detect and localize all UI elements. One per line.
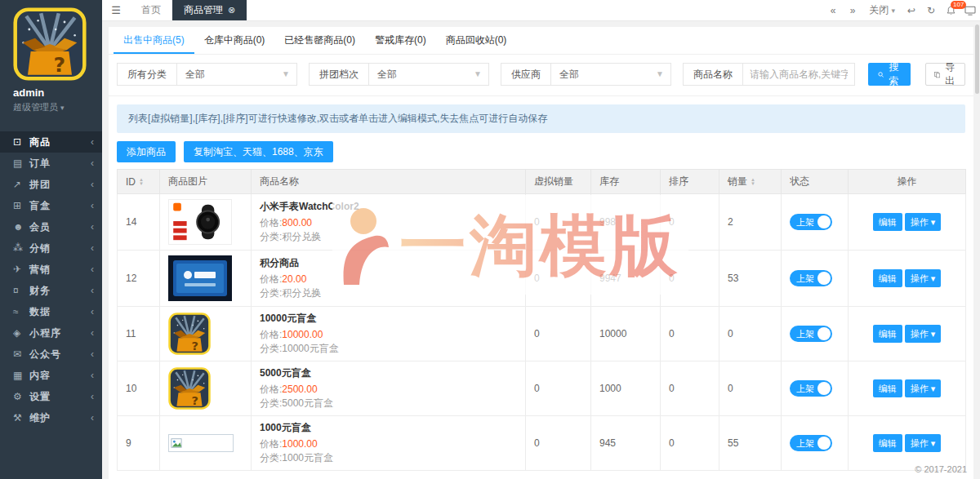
column-header[interactable]: 商品图片	[160, 170, 252, 194]
sort-icon[interactable]: ▲▼	[751, 178, 755, 186]
back-icon[interactable]: ↩	[902, 5, 921, 16]
product-image-watch[interactable]	[168, 199, 232, 245]
edit-button[interactable]: 编辑	[873, 379, 902, 397]
edit-button[interactable]: 编辑	[873, 434, 902, 452]
supplier-select[interactable]: 全部▼	[550, 63, 671, 86]
price-value: 800.00	[282, 217, 312, 228]
column-header[interactable]: 排序	[661, 170, 719, 194]
sidebar-item-icon	[13, 391, 29, 402]
cell-name: 小米手表WatchColor2 价格:800.00 分类:积分兑换	[252, 194, 526, 251]
cell-virtual-sales[interactable]: 0	[526, 194, 591, 251]
cell-sort[interactable]: 0	[661, 416, 719, 471]
group-tier-select[interactable]: 全部▼	[368, 63, 489, 86]
username: admin	[13, 86, 102, 99]
role-dropdown[interactable]: 超级管理员 ▾	[13, 101, 102, 113]
column-header[interactable]: 虚拟销量	[526, 170, 591, 194]
cell-sort[interactable]: 0	[661, 251, 719, 307]
product-tab[interactable]: 已经售罄商品(0)	[274, 27, 365, 54]
product-tab[interactable]: 仓库中商品(0)	[194, 27, 275, 54]
column-header[interactable]: 状态	[782, 170, 849, 194]
sidebar-item[interactable]: 分销 ‹	[0, 237, 102, 259]
menu-toggle-icon[interactable]: ☰	[102, 0, 130, 20]
cell-sort[interactable]: 0	[661, 307, 719, 361]
product-tab[interactable]: 商品回收站(0)	[436, 27, 517, 54]
column-header[interactable]: 库存	[591, 170, 661, 194]
cell-stock[interactable]: 10000	[591, 307, 661, 361]
search-button[interactable]: 搜索	[868, 63, 911, 86]
sidebar-item[interactable]: 会员 ‹	[0, 216, 102, 237]
status-toggle[interactable]: 上架	[790, 380, 832, 397]
sidebar-item[interactable]: 设置 ‹	[0, 386, 102, 407]
status-toggle[interactable]: 上架	[790, 214, 832, 230]
column-header[interactable]: ID▲▼	[118, 170, 160, 194]
scroll-tabs-right-icon[interactable]: »	[843, 5, 862, 16]
product-name[interactable]: 小米手表WatchColor2	[260, 200, 517, 214]
column-header[interactable]: 商品名称	[252, 170, 526, 194]
sidebar-item-label: 盲盒	[29, 199, 91, 213]
sidebar-item[interactable]: 内容 ‹	[0, 365, 102, 386]
sidebar-item[interactable]: 订单 ‹	[0, 153, 102, 174]
column-header[interactable]: 销量▲▼	[719, 170, 782, 194]
sidebar-item[interactable]: 商品 ‹	[0, 131, 102, 153]
sidebar-item[interactable]: 财务 ‹	[0, 280, 102, 301]
sidebar-item[interactable]: 拼团 ‹	[0, 174, 102, 195]
operations-dropdown-button[interactable]: 操作 ▾	[905, 379, 942, 397]
operations-dropdown-button[interactable]: 操作 ▾	[905, 269, 942, 287]
product-image-points-card[interactable]	[168, 255, 232, 301]
sort-icon[interactable]: ▲▼	[139, 178, 144, 186]
operations-dropdown-button[interactable]: 操作 ▾	[905, 325, 942, 343]
sidebar-item[interactable]: 数据 ‹	[0, 301, 102, 322]
cell-virtual-sales[interactable]: 0	[526, 307, 591, 361]
add-product-button[interactable]: 添加商品	[117, 141, 176, 162]
bell-icon[interactable]: 107	[941, 4, 960, 16]
status-toggle[interactable]: 上架	[790, 326, 832, 342]
operations-dropdown-button[interactable]: 操作 ▾	[905, 434, 942, 452]
operations-dropdown-button[interactable]: 操作 ▾	[905, 213, 942, 231]
scrollbar-thumb[interactable]	[975, 24, 979, 94]
product-image-mystery-box[interactable]	[168, 367, 211, 410]
sidebar-item[interactable]: 维护 ‹	[0, 407, 102, 428]
status-toggle[interactable]: 上架	[790, 435, 832, 451]
product-name-input[interactable]	[742, 63, 855, 86]
cell-virtual-sales[interactable]: 0	[526, 251, 591, 307]
cell-sort[interactable]: 0	[661, 194, 719, 251]
edit-button[interactable]: 编辑	[873, 269, 902, 287]
sidebar-item[interactable]: 小程序 ‹	[0, 322, 102, 344]
product-image-broken[interactable]	[168, 434, 234, 452]
sidebar-item[interactable]: 营销 ‹	[0, 259, 102, 280]
product-name[interactable]: 5000元盲盒	[260, 366, 517, 380]
cell-virtual-sales[interactable]: 0	[526, 416, 591, 471]
cell-stock[interactable]: 9947	[591, 251, 661, 307]
cell-stock[interactable]: 1000	[591, 361, 661, 416]
product-name[interactable]: 1000元盲盒	[260, 421, 517, 435]
edit-button[interactable]: 编辑	[873, 213, 902, 231]
tab-home[interactable]: 首页	[130, 0, 172, 20]
sidebar-item[interactable]: 盲盒 ‹	[0, 195, 102, 216]
category-select[interactable]: 全部▼	[176, 63, 297, 86]
close-tabs-dropdown[interactable]: 关闭 ▾	[862, 3, 902, 17]
tab-product-management[interactable]: 商品管理 ⊗	[172, 0, 247, 20]
product-name[interactable]: 10000元盲盒	[260, 312, 517, 326]
filter-group-tier: 拼团档次 全部▼	[309, 63, 489, 86]
product-name[interactable]: 积分商品	[260, 256, 517, 270]
cell-virtual-sales[interactable]: 0	[526, 361, 591, 416]
chevron-down-icon: ▾	[60, 104, 65, 112]
cell-stock[interactable]: 998	[591, 194, 661, 251]
category-label: 所有分类	[117, 63, 176, 86]
edit-button[interactable]: 编辑	[873, 325, 902, 343]
status-toggle[interactable]: 上架	[790, 270, 832, 286]
scroll-tabs-left-icon[interactable]: «	[823, 5, 843, 16]
chevron-collapse-icon: ‹	[91, 412, 94, 424]
product-tab[interactable]: 警戒库存(0)	[365, 27, 436, 54]
cell-stock[interactable]: 945	[591, 416, 661, 471]
tab-close-icon[interactable]: ⊗	[228, 5, 235, 16]
cell-sort[interactable]: 0	[661, 361, 719, 416]
column-header[interactable]: 操作	[849, 170, 966, 194]
copy-product-button[interactable]: 复制淘宝、天猫、1688、京东	[184, 141, 333, 162]
sidebar-item[interactable]: 公众号 ‹	[0, 344, 102, 365]
export-button[interactable]: 导出	[925, 63, 966, 86]
product-image-mystery-box[interactable]	[168, 313, 211, 355]
refresh-icon[interactable]: ↻	[921, 5, 941, 16]
fullscreen-icon[interactable]	[960, 5, 980, 16]
product-tab[interactable]: 出售中商品(5)	[114, 27, 194, 54]
